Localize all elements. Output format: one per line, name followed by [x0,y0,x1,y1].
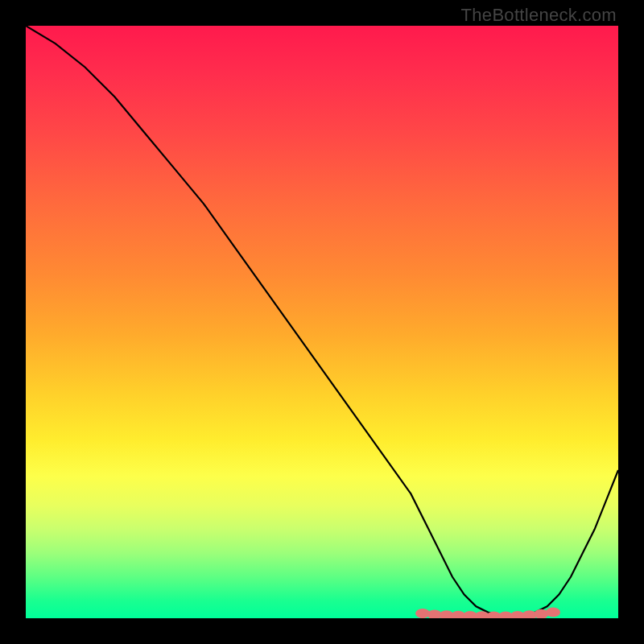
bottleneck-curve [26,26,618,617]
optimal-marker [546,608,560,617]
curve-group [26,26,618,617]
chart-svg [26,26,618,618]
chart-frame [26,26,618,618]
watermark-text: TheBottleneck.com [461,5,617,26]
